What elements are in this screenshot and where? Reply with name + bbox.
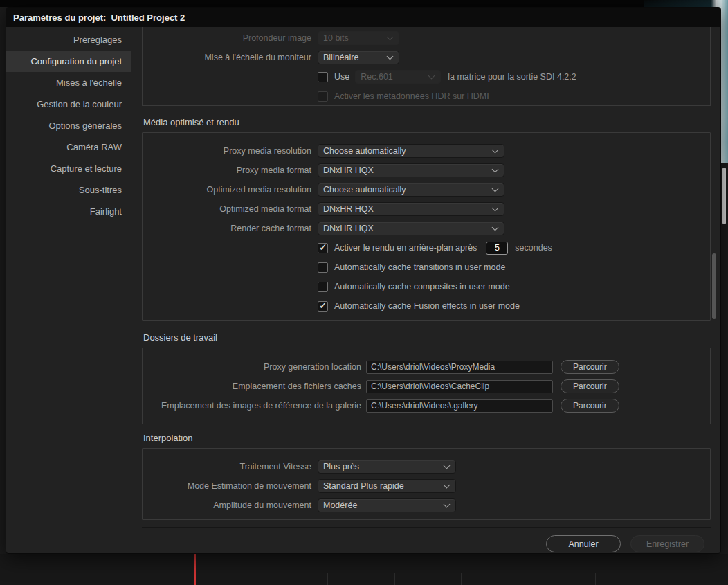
sidebar-item-camera-raw[interactable]: Caméra RAW [6, 136, 131, 158]
folders-section-title: Dossiers de travail [143, 332, 711, 343]
app-scrollbar-thumb[interactable] [722, 168, 726, 224]
gallery-stills-location-input[interactable] [366, 399, 553, 413]
cache-transitions-label: Automatically cache transitions in user … [334, 262, 505, 272]
cache-fusion-checkbox[interactable] [318, 301, 328, 312]
cache-composites-checkbox[interactable] [318, 282, 328, 292]
timeline-strip [0, 554, 728, 585]
chevron-down-icon [492, 146, 499, 153]
project-name: Untitled Project 2 [111, 12, 185, 23]
optimized-media-section: Proxy media resolution Choose automatica… [142, 132, 711, 321]
use-matrix-label: Use [334, 72, 349, 82]
media-section-title: Média optimisé et rendu [143, 117, 711, 128]
app-top-strip [0, 0, 728, 7]
timeline-tick [327, 573, 328, 585]
interpolation-section: Traitement Vitesse Plus près Mode Estima… [142, 448, 711, 520]
chevron-down-icon [444, 462, 451, 469]
chevron-down-icon [387, 33, 394, 40]
footer-divider [142, 527, 711, 528]
chevron-down-icon [444, 501, 451, 507]
background-render-suffix: secondes [515, 243, 552, 253]
chevron-down-icon [492, 165, 499, 172]
proxy-location-input[interactable] [366, 361, 553, 374]
dialog-scrollbar-thumb[interactable] [712, 253, 716, 319]
monitor-scaling-label: Mise à l'échelle du moniteur [143, 53, 311, 62]
sidebar-item-options-generales[interactable]: Options générales [6, 115, 131, 136]
chevron-down-icon [444, 481, 451, 488]
speed-processing-label: Traitement Vitesse [143, 462, 311, 471]
timeline-tick [394, 573, 395, 585]
hdr-metadata-label: Activer les métadonnées HDR sur HDMI [334, 91, 489, 101]
sidebar-item-configuration-du-projet[interactable]: Configuration du projet [6, 51, 131, 72]
profondeur-image-label: Profondeur image [143, 33, 311, 43]
playhead-marker [194, 554, 196, 585]
chevron-down-icon [492, 204, 499, 211]
motion-range-label: Amplitude du mouvement [143, 501, 311, 510]
optimized-media-format-dropdown[interactable]: DNxHR HQX [318, 202, 504, 216]
monitor-scaling-dropdown[interactable]: Bilinéaire [318, 51, 399, 64]
render-cache-format-dropdown[interactable]: DNxHR HQX [318, 222, 504, 235]
speed-processing-dropdown[interactable]: Plus près [318, 460, 456, 474]
chevron-down-icon [428, 72, 435, 79]
settings-content: Profondeur image 10 bits Mise à l'échell… [142, 27, 711, 554]
hdr-metadata-checkbox[interactable] [318, 91, 328, 102]
browse-cache-button[interactable]: Parcourir [561, 379, 619, 393]
optimized-media-resolution-label: Optimized media resolution [143, 185, 311, 195]
sidebar-item-mises-a-lechelle[interactable]: Mises à l'échelle [6, 72, 131, 93]
timeline-tick [595, 573, 596, 585]
optimized-media-resolution-dropdown[interactable]: Choose automatically [318, 183, 504, 197]
save-button[interactable]: Enregistrer [630, 535, 704, 552]
browse-proxy-button[interactable]: Parcourir [561, 360, 619, 374]
gallery-stills-location-label: Emplacement des images de référence de l… [143, 401, 361, 411]
cache-fusion-label: Automatically cache Fusion effects in us… [334, 301, 520, 311]
interpolation-section-title: Interpolation [143, 433, 711, 444]
working-folders-section: Proxy generation location Parcourir Empl… [142, 348, 711, 424]
background-render-seconds-input[interactable] [486, 242, 508, 255]
matrix-dropdown[interactable]: Rec.601 [355, 70, 441, 84]
timeline-ruler-line [0, 573, 728, 573]
optimized-media-format-label: Optimized media format [143, 204, 311, 214]
cancel-button[interactable]: Annuler [546, 535, 621, 552]
timeline-tick [461, 573, 462, 585]
motion-estimation-mode-label: Mode Estimation de mouvement [143, 481, 311, 491]
proxy-media-resolution-dropdown[interactable]: Choose automatically [318, 144, 504, 158]
sidebar-item-prereglages[interactable]: Préréglages [6, 29, 131, 51]
proxy-media-resolution-label: Proxy media resolution [143, 146, 311, 156]
cache-transitions-checkbox[interactable] [318, 262, 328, 273]
sidebar-item-gestion-de-la-couleur[interactable]: Gestion de la couleur [6, 93, 131, 115]
chevron-down-icon [492, 224, 499, 231]
sidebar-item-capture-et-lecture[interactable]: Capture et lecture [6, 158, 131, 179]
profondeur-image-dropdown[interactable]: 10 bits [318, 31, 399, 45]
sidebar-item-sous-titres[interactable]: Sous-titres [6, 179, 131, 201]
settings-sidebar: Préréglages Configuration du projet Mise… [6, 27, 131, 553]
dialog-footer: Annuler Enregistrer [142, 535, 711, 552]
cache-files-location-input[interactable] [366, 380, 553, 393]
chevron-down-icon [492, 185, 499, 192]
chevron-down-icon [387, 53, 394, 60]
dialog-titlebar: Paramètres du projet: Untitled Project 2 [6, 8, 720, 27]
motion-estimation-mode-dropdown[interactable]: Standard Plus rapide [318, 479, 456, 493]
background-render-label: Activer le rendu en arrière-plan après [334, 243, 477, 253]
motion-range-dropdown[interactable]: Modérée [318, 498, 456, 512]
render-cache-format-label: Render cache format [143, 224, 311, 233]
app-background: Paramètres du projet: Untitled Project 2… [0, 0, 728, 585]
proxy-location-label: Proxy generation location [143, 362, 361, 372]
cache-files-location-label: Emplacement des fichiers caches [143, 381, 361, 391]
sidebar-item-fairlight[interactable]: Fairlight [6, 201, 131, 222]
project-settings-dialog: Paramètres du projet: Untitled Project 2… [6, 7, 721, 554]
use-matrix-checkbox[interactable] [318, 72, 328, 82]
matrix-suffix-text: la matrice pour la sortie SDI 4:2:2 [448, 72, 576, 82]
video-monitoring-section: Profondeur image 10 bits Mise à l'échell… [142, 27, 711, 106]
dialog-title: Paramètres du projet: [13, 12, 106, 23]
proxy-media-format-dropdown[interactable]: DNxHR HQX [318, 163, 504, 177]
cache-composites-label: Automatically cache composites in user m… [334, 282, 510, 291]
proxy-media-format-label: Proxy media format [143, 165, 311, 175]
background-render-checkbox[interactable] [318, 243, 328, 253]
browse-gallery-button[interactable]: Parcourir [561, 399, 619, 413]
